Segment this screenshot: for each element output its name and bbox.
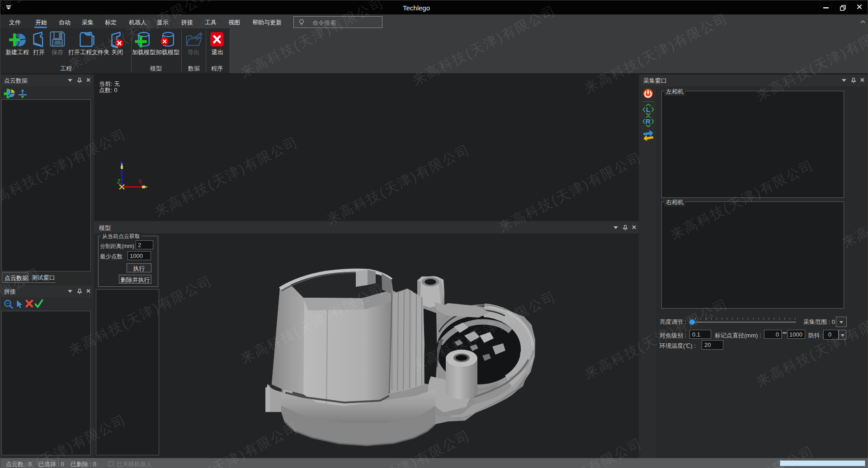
svg-text:Z: Z [117,178,121,185]
svg-text:L: L [646,106,650,113]
svg-text:R: R [646,117,651,125]
svg-text:X: X [138,178,142,185]
